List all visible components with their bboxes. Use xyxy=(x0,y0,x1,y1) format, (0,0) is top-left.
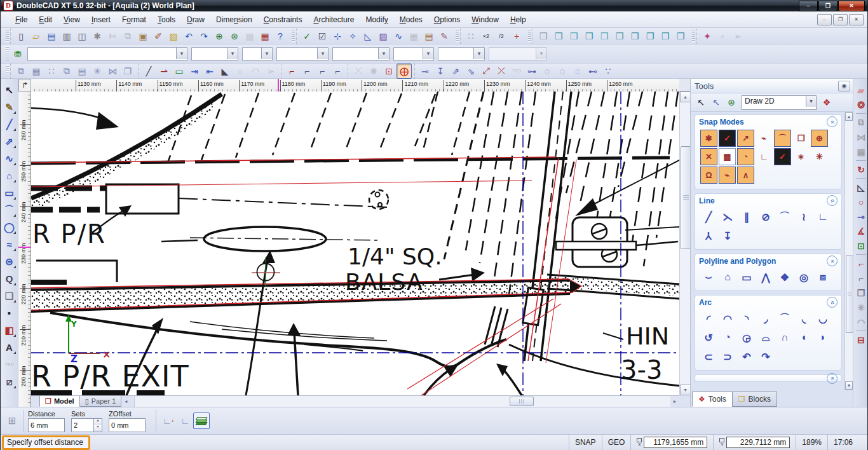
sketch-tool[interactable]: ✎ xyxy=(1,99,18,116)
menu-insert[interactable]: Insert xyxy=(86,13,116,27)
offset-arrow-button[interactable]: ⇀ xyxy=(156,64,172,79)
circle-tool[interactable]: ◯ xyxy=(1,219,18,236)
collapse-chevron-icon[interactable]: « xyxy=(827,116,837,127)
poly-rectangle[interactable]: ▭ xyxy=(738,269,755,285)
snap-free[interactable]: ✱ xyxy=(700,130,717,147)
view-iso-button[interactable]: ❒ xyxy=(536,29,551,44)
line-tangent-circle[interactable]: ⊘ xyxy=(757,208,774,225)
arc-right[interactable]: ◗ xyxy=(815,329,831,346)
spline-check-button[interactable]: ∿ xyxy=(391,29,406,44)
polyline[interactable]: ⌣ xyxy=(700,269,717,285)
toolbar-grip[interactable] xyxy=(6,30,9,42)
menu-tools[interactable]: Tools xyxy=(152,13,181,27)
snap-tangent[interactable]: ⌁ xyxy=(719,167,736,184)
fillet-button[interactable]: ⌐ xyxy=(284,64,299,79)
toolbar-grip[interactable] xyxy=(456,30,459,42)
snap-arc-center[interactable]: ⌒ xyxy=(774,130,791,147)
menu-view[interactable]: View xyxy=(58,13,86,27)
menu-modify[interactable]: Modify xyxy=(360,13,393,27)
coord-axes-button[interactable]: ⊹ xyxy=(330,29,345,44)
scale-half-button[interactable]: /2 xyxy=(494,29,509,44)
point-tool-3[interactable]: ⇗ xyxy=(448,64,463,79)
view-top-button[interactable]: ❒ xyxy=(612,29,627,44)
arc-third[interactable]: ◶ xyxy=(738,329,755,346)
toolbar-grip[interactable] xyxy=(692,30,695,42)
poly-donut[interactable]: ◎ xyxy=(796,269,812,285)
panel-scroll-up-button[interactable]: ▴ xyxy=(845,112,853,121)
line-tangent-arc[interactable]: ⌒ xyxy=(776,208,793,225)
snap-vertex-2[interactable]: ✓ xyxy=(774,148,791,165)
fillet-corner-tool[interactable]: ⌐ xyxy=(854,256,868,271)
horizontal-scrollbar[interactable] xyxy=(134,396,670,407)
ortho-corner-button[interactable]: ∟+ xyxy=(160,412,177,429)
point-tool-6[interactable]: ⤫ xyxy=(494,64,509,79)
offset-tool-button[interactable]: ⨁ xyxy=(397,64,412,79)
view-sw-button[interactable]: ❒ xyxy=(642,29,658,44)
calculator-button[interactable]: ▦ xyxy=(257,29,273,44)
point-tool[interactable]: • xyxy=(1,304,18,322)
line-vertical[interactable]: ↧ xyxy=(719,228,736,244)
view-front-button[interactable]: ❒ xyxy=(551,29,566,44)
drawing-canvas[interactable]: × Y Z R P/R 1/4" SQ. BALSA HIN 3-3 R P/R… xyxy=(31,92,679,395)
x-coordinate-value[interactable]: 1179,1655 mm xyxy=(644,437,707,448)
menu-draw[interactable]: Draw xyxy=(181,13,210,27)
horizontal-ruler[interactable]: 1130 mm1140 mm1150 mm1160 mm1170 mm1180 … xyxy=(31,79,679,92)
point-tool-8[interactable]: ◌ xyxy=(539,64,555,79)
shrink-button[interactable]: ◣ xyxy=(217,64,233,79)
toolbar-combo-1[interactable] xyxy=(27,47,187,61)
menu-file[interactable]: File xyxy=(10,13,33,27)
extend-button[interactable]: ⇤ xyxy=(202,64,217,79)
settings-button[interactable]: ✱ xyxy=(90,29,105,44)
spline-tool[interactable]: ≈ xyxy=(1,236,18,253)
magic-wand-button[interactable]: ✦ xyxy=(700,29,715,44)
snap-intersection[interactable]: ✕ xyxy=(700,148,717,165)
horizontal-scroll-thumb[interactable] xyxy=(510,397,534,406)
restore-button[interactable]: ❐ xyxy=(818,1,837,11)
point-tool-4[interactable]: ⇘ xyxy=(463,64,478,79)
point-tool-2[interactable]: ↧ xyxy=(433,64,448,79)
array-polar-button[interactable]: ∷ xyxy=(44,64,59,79)
pin-icon[interactable]: ◉ xyxy=(838,81,850,92)
copy-objects-tool[interactable]: ❐ xyxy=(854,285,868,300)
radial-copy-button[interactable]: ✳ xyxy=(90,64,105,79)
snap-radial[interactable]: ✳ xyxy=(811,148,828,165)
toolbar-combo-3[interactable] xyxy=(242,47,273,61)
menu-edit[interactable]: Edit xyxy=(33,13,58,27)
point-tool-5[interactable]: ⤢ xyxy=(478,64,494,79)
zoffset-input[interactable]: 0 mm xyxy=(109,418,146,432)
menu-dimension[interactable]: Dimension xyxy=(210,13,258,27)
fill-tool[interactable]: ◧ xyxy=(1,322,18,339)
point-tool-11[interactable]: ⊷ xyxy=(585,64,600,79)
print-button[interactable]: ▥ xyxy=(59,29,74,44)
circle-draw-tool[interactable]: ○ xyxy=(854,194,868,209)
layers-toggle-button[interactable] xyxy=(193,412,210,429)
snap-vertex[interactable]: ✓ xyxy=(719,130,736,147)
arc-dome[interactable]: ∩ xyxy=(776,329,793,346)
snap-magnetic[interactable]: Ω xyxy=(700,167,717,184)
polygon[interactable]: ⌂ xyxy=(719,269,736,285)
mirror-copy-button[interactable]: ⧉ xyxy=(59,64,74,79)
line-tool-button[interactable]: ╱ xyxy=(141,64,156,79)
bricks-button[interactable]: ▤ xyxy=(421,29,437,44)
line-tool[interactable]: ╱ xyxy=(1,116,18,133)
zoom-window-button[interactable]: ⊛ xyxy=(227,29,242,44)
collapse-chevron-icon[interactable]: « xyxy=(827,195,837,206)
hatch-button[interactable]: ▨ xyxy=(376,29,391,44)
snap-nearest[interactable]: ↗ xyxy=(737,130,754,147)
tab-paper1[interactable]: ▯ Paper 1 xyxy=(79,396,122,407)
zoom-extents-button[interactable]: ⊕ xyxy=(212,29,227,44)
poly-shape[interactable]: ❖ xyxy=(776,269,793,285)
select-check-button[interactable]: ☑ xyxy=(315,29,330,44)
eraser-tool[interactable]: ▰ xyxy=(854,83,868,97)
line-perpendicular[interactable]: ∟ xyxy=(815,208,831,225)
panel-palette-button[interactable]: ❖ xyxy=(819,95,834,110)
arc-center-start[interactable]: ◜ xyxy=(700,310,717,327)
sets-spinner[interactable]: ▲▼ xyxy=(94,418,102,432)
layers-button[interactable]: ⛃ xyxy=(10,46,25,62)
curve-tool[interactable]: ∿ xyxy=(1,150,18,167)
poly-frame[interactable]: ⧈ xyxy=(815,269,831,285)
workplane-tool[interactable]: Q xyxy=(1,270,18,287)
scroll-right-button[interactable]: ▸ xyxy=(670,396,679,407)
fillet-curve-tool[interactable]: ⌐ xyxy=(854,271,868,285)
menu-help[interactable]: Help xyxy=(505,13,532,27)
